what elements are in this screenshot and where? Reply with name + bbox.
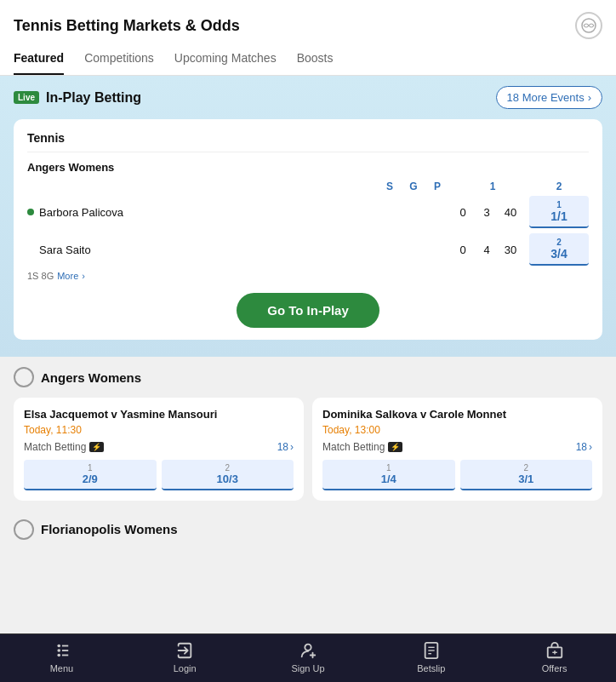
inplay-match-card: Tennis Angers Womens S G P 1 2 Barb (14, 119, 602, 340)
score-header: S G P 1 2 (27, 181, 589, 192)
svg-point-1 (58, 649, 61, 652)
match2-market-label: Match Betting ⚡ (322, 441, 402, 453)
col1-header: 1 (463, 181, 522, 192)
match-card-1: Elsa Jacquemot v Yasmine Mansouri Today,… (14, 398, 304, 501)
page-title: Tennis Betting Markets & Odds (14, 17, 240, 35)
player1-name-area: Barbora Palicova (27, 206, 123, 219)
florianopolis-header: Florianopolis Womens (14, 511, 602, 545)
lightning-icon-2: ⚡ (388, 442, 402, 452)
angers-circle-icon (14, 367, 34, 387)
menu-icon (52, 641, 71, 660)
match1-odds-row: 1 2/9 2 10/3 (24, 460, 294, 490)
tennis-ball-icon (575, 12, 602, 39)
match2-time: Today, 13:00 (322, 424, 592, 436)
angers-section: Angers Womens Elsa Jacquemot v Yasmine M… (0, 357, 616, 511)
bottom-nav: Menu Login Sign Up Betslip (0, 633, 616, 682)
login-icon (175, 641, 194, 660)
signup-label: Sign Up (291, 663, 324, 673)
match2-market-count: 18 › (576, 441, 592, 453)
lightning-icon: ⚡ (89, 442, 104, 452)
match1-market: Match Betting ⚡ 18 › (24, 441, 294, 453)
header: Tennis Betting Markets & Odds Featured C… (0, 0, 616, 76)
signup-icon (299, 641, 317, 660)
match1-market-count: 18 › (277, 441, 294, 453)
inplay-title: In-Play Betting (46, 90, 141, 106)
go-inplay-button[interactable]: Go To In-Play (237, 293, 379, 328)
match1-odds-1-button[interactable]: 1 2/9 (24, 460, 157, 490)
match1-odds-2-button[interactable]: 2 10/3 (162, 460, 294, 490)
tab-upcoming-matches[interactable]: Upcoming Matches (174, 51, 277, 75)
login-label: Login (174, 663, 197, 673)
serving-dot (27, 209, 34, 215)
p-header: P (425, 181, 449, 192)
player1-row: Barbora Palicova 0 3 40 1 1/1 (27, 196, 589, 228)
sport-label: Tennis (27, 131, 589, 152)
nav-menu[interactable]: Menu (36, 641, 87, 673)
more-events-button[interactable]: 18 More Events › (496, 86, 602, 109)
inplay-header: Live In-Play Betting 18 More Events › (14, 86, 602, 109)
inplay-left: Live In-Play Betting (14, 90, 141, 106)
match-card-2: Dominika Salkova v Carole Monnet Today, … (312, 398, 602, 501)
p2-set: 0 (451, 244, 475, 256)
col2-header: 2 (529, 181, 589, 192)
player2-row: Sara Saito 0 4 30 2 3/4 (27, 233, 589, 266)
inplay-competition: Angers Womens (27, 161, 589, 174)
match2-odds-1-button[interactable]: 1 1/4 (322, 460, 455, 490)
p1-set: 0 (451, 206, 475, 219)
tab-featured[interactable]: Featured (14, 51, 64, 75)
match2-odds-row: 1 1/4 2 3/1 (322, 460, 592, 490)
nav-offers[interactable]: Offers (529, 641, 580, 673)
match1-market-label: Match Betting ⚡ (24, 441, 104, 453)
nav-tabs: Featured Competitions Upcoming Matches B… (14, 51, 602, 75)
svg-point-3 (58, 654, 61, 657)
tab-competitions[interactable]: Competitions (84, 51, 154, 75)
no-serving-dot (27, 246, 34, 253)
nav-login[interactable]: Login (159, 641, 210, 673)
match1-time: Today, 11:30 (24, 424, 294, 436)
florianopolis-circle-icon (14, 519, 34, 540)
player2-name: Sara Saito (39, 244, 91, 256)
nav-signup[interactable]: Sign Up (282, 641, 334, 673)
svg-point-2 (58, 645, 61, 648)
s-header: S (378, 181, 402, 192)
match-meta: 1S 8G More › (27, 271, 589, 281)
match2-market: Match Betting ⚡ 18 › (322, 441, 592, 453)
g-header: G (402, 181, 425, 192)
match2-odds-2-button[interactable]: 2 3/1 (460, 460, 593, 490)
angers-competition-header: Angers Womens (14, 367, 602, 387)
p2-point: 30 (499, 244, 522, 256)
svg-point-7 (305, 645, 311, 650)
meta-sets: 1S 8G (27, 271, 54, 281)
live-badge: Live (14, 91, 39, 104)
p2-game: 4 (475, 244, 499, 256)
menu-label: Menu (50, 663, 74, 673)
p1-game: 3 (475, 206, 499, 219)
player2-odds2-button[interactable]: 2 3/4 (529, 233, 589, 266)
offers-icon (545, 641, 564, 660)
nav-betslip[interactable]: Betslip (406, 641, 457, 673)
p1-point: 40 (499, 206, 522, 219)
florianopolis-title: Florianopolis Womens (41, 522, 178, 536)
inplay-section: Live In-Play Betting 18 More Events › Te… (0, 76, 616, 357)
betslip-icon (422, 641, 441, 660)
tab-boosts[interactable]: Boosts (297, 51, 334, 75)
more-link[interactable]: More (57, 271, 78, 281)
florianopolis-section: Florianopolis Womens (0, 511, 616, 555)
match2-title: Dominika Salkova v Carole Monnet (322, 408, 592, 422)
angers-matches-grid: Elsa Jacquemot v Yasmine Mansouri Today,… (14, 398, 602, 501)
offers-label: Offers (542, 663, 568, 673)
angers-title: Angers Womens (41, 370, 141, 385)
player2-name-area: Sara Saito (27, 244, 91, 256)
header-top: Tennis Betting Markets & Odds (14, 12, 602, 39)
player1-name: Barbora Palicova (39, 206, 123, 219)
betslip-label: Betslip (417, 663, 445, 673)
player1-odds1-button[interactable]: 1 1/1 (529, 196, 589, 228)
match1-title: Elsa Jacquemot v Yasmine Mansouri (24, 408, 294, 422)
